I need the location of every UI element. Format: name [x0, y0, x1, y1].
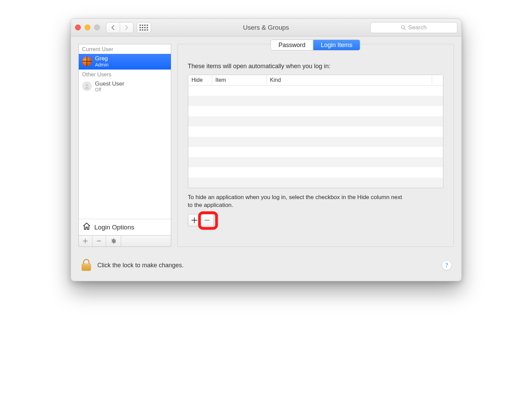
help-icon: ?	[445, 262, 448, 269]
remove-login-item-button[interactable]	[201, 214, 214, 226]
column-hide[interactable]: Hide	[188, 75, 212, 85]
search-input[interactable]: Search	[370, 22, 457, 33]
column-item[interactable]: Item	[212, 75, 267, 85]
table-row	[188, 86, 443, 96]
minus-icon	[97, 239, 101, 243]
house-icon	[82, 222, 91, 232]
window-controls	[75, 25, 100, 30]
forward-button[interactable]	[120, 22, 133, 33]
minus-icon	[204, 217, 210, 223]
chevron-right-icon	[124, 25, 129, 30]
close-window-button[interactable]	[75, 25, 81, 30]
prefs-window: Users & Groups Search Current User Greg …	[71, 18, 462, 281]
user-name: Guest User	[95, 80, 124, 87]
main-panel: Password Login Items These items will op…	[177, 44, 454, 247]
grid-icon	[139, 25, 148, 31]
user-avatar-icon	[82, 57, 92, 66]
footer: Click the lock to make changes. ?	[71, 253, 461, 281]
column-scroll-gutter	[432, 75, 443, 85]
table-row	[188, 157, 443, 167]
lock-icon	[80, 258, 92, 272]
table-row	[188, 147, 443, 157]
table-row	[188, 178, 443, 188]
login-items-table: Hide Item Kind	[188, 75, 443, 188]
show-all-button[interactable]	[137, 22, 151, 33]
tab-bar: Password Login Items	[270, 40, 360, 50]
actions-menu-button[interactable]	[106, 236, 121, 246]
table-body[interactable]	[188, 86, 443, 188]
search-icon	[401, 25, 406, 30]
lock-button[interactable]	[80, 258, 92, 272]
svg-rect-3	[82, 264, 91, 271]
tab-password[interactable]: Password	[271, 40, 313, 50]
login-options-label: Login Options	[94, 224, 134, 231]
titlebar: Users & Groups Search	[71, 19, 461, 36]
add-login-item-button[interactable]	[188, 214, 201, 226]
column-kind[interactable]: Kind	[267, 75, 432, 85]
user-role: Admin	[95, 62, 109, 67]
table-row	[188, 106, 443, 116]
user-sidebar: Current User Greg Admin Other Users	[78, 44, 171, 247]
add-remove-controls	[188, 214, 214, 226]
remove-user-button[interactable]	[92, 236, 106, 246]
login-options-row[interactable]: Login Options	[78, 219, 171, 236]
chevron-left-icon	[111, 25, 115, 30]
toolbar-spacer	[121, 236, 171, 246]
zoom-window-button[interactable]	[94, 25, 100, 30]
back-button[interactable]	[106, 22, 120, 33]
table-row	[188, 137, 443, 147]
svg-line-1	[404, 28, 405, 30]
current-user-section-label: Current User	[79, 44, 171, 54]
guest-avatar-icon	[82, 81, 92, 91]
login-items-description: These items will open automatically when…	[188, 63, 443, 70]
plus-icon	[191, 217, 197, 223]
user-name: Greg	[95, 55, 109, 62]
search-placeholder: Search	[408, 24, 427, 31]
user-role: Off	[95, 87, 124, 92]
sidebar-toolbar	[78, 236, 171, 247]
sidebar-user-greg[interactable]: Greg Admin	[79, 54, 171, 70]
content-area: Current User Greg Admin Other Users	[71, 36, 461, 253]
plus-icon	[83, 239, 88, 243]
other-users-section-label: Other Users	[79, 70, 171, 79]
nav-buttons	[106, 22, 133, 33]
help-button[interactable]: ?	[442, 260, 452, 270]
hide-hint-text: To hide an application when you log in, …	[188, 194, 406, 209]
svg-point-2	[86, 84, 88, 87]
table-row	[188, 126, 443, 137]
table-header: Hide Item Kind	[188, 75, 443, 86]
table-row	[188, 116, 443, 126]
tab-login-items[interactable]: Login Items	[313, 40, 360, 50]
minimize-window-button[interactable]	[85, 25, 90, 30]
table-row	[188, 96, 443, 106]
lock-hint-text: Click the lock to make changes.	[98, 262, 184, 269]
table-row	[188, 167, 443, 178]
add-user-button[interactable]	[79, 236, 92, 246]
sidebar-user-guest[interactable]: Guest User Off	[79, 79, 171, 95]
gear-icon	[110, 238, 116, 244]
